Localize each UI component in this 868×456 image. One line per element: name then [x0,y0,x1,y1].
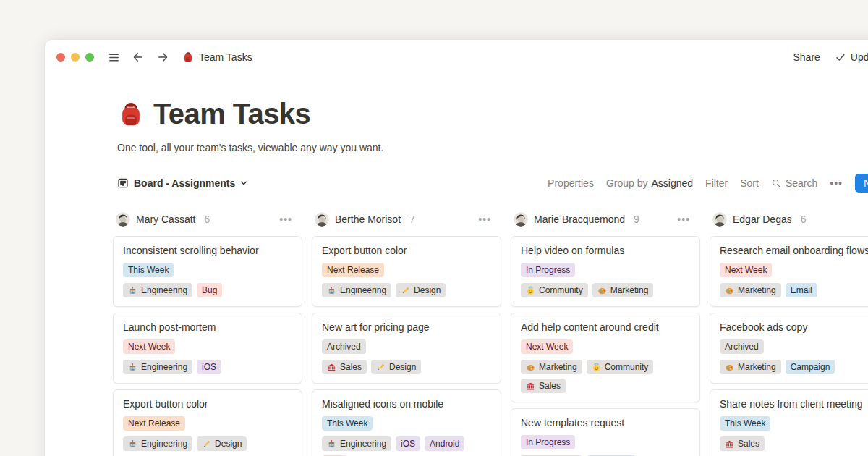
breadcrumb-title: Team Tasks [199,51,252,63]
card-title: Add help content around credit [521,321,690,334]
card-title: Export button color [123,397,292,410]
tag-engineering: Engineering [123,360,192,374]
tag-engineering: Engineering [123,283,192,297]
palette-icon [597,286,607,295]
card[interactable]: Misaligned icons on mobileThis WeekEngin… [312,389,501,456]
zoom-window-button[interactable] [85,53,94,62]
page-header: Team Tasks [45,75,868,130]
card-title: Share notes from client meeting [720,397,868,410]
card[interactable]: Research email onboarding flowsNext Week… [710,236,868,307]
column-more-button[interactable]: ••• [279,214,292,225]
new-button[interactable]: New [855,174,868,193]
card[interactable]: New templates requestIn ProgressMarketin… [511,408,700,456]
page-icon backpack-icon[interactable] [117,101,145,128]
status-tag-this-week: This Week [123,263,174,277]
tag-design: Design [371,360,421,374]
status-tag-this-week: This Week [322,416,373,431]
robot-icon [327,439,336,449]
card-title: Export button color [322,244,491,257]
status-row: Next Week [123,339,292,354]
tags-row: CommunityMarketing [521,283,690,297]
filter-button[interactable]: Filter [705,177,728,189]
tags-row: EngineeringBug [123,283,292,297]
card[interactable]: Export button colorNext ReleaseEngineeri… [312,236,501,307]
more-options-button[interactable]: ••• [830,177,843,189]
card-title: New templates request [521,416,690,429]
forward-button[interactable] [155,49,171,65]
updates-label: Updates [851,51,868,63]
card-title: Facebook ads copy [720,321,868,334]
back-button[interactable] [130,49,146,65]
tag-engineering: Engineering [322,283,391,297]
minimize-window-button[interactable] [71,53,80,62]
card-title: Misaligned icons on mobile [322,397,491,410]
board-column: Edgar Degas 6 ••• Research email onboard… [710,211,868,456]
column-count: 9 [634,214,639,225]
page-title: Team Tasks [153,98,310,130]
tag-sales: Sales [322,360,367,374]
column-count: 7 [409,214,415,225]
card-list: Help video on formulasIn ProgressCommuni… [511,236,700,456]
titlebar-actions: Share Updates [793,51,868,63]
tags-row: EngineeringDesign [123,436,292,451]
tag-sales: Sales [720,436,765,451]
card[interactable]: Export button colorNext ReleaseEngineeri… [113,389,302,456]
card-title: Help video on formulas [521,244,690,257]
close-window-button[interactable] [56,53,65,62]
search-button[interactable]: Search [771,177,817,189]
mary-cassatt-avatar [116,212,130,227]
card[interactable]: New art for pricing pageArchivedSalesDes… [312,313,501,384]
sidebar-menu-button[interactable] [106,49,122,65]
card[interactable]: Share notes from client meetingThis Week… [710,389,868,456]
arrow-right-icon [156,51,169,64]
share-button[interactable]: Share [793,51,820,63]
status-tag-next-week: Next Week [521,339,573,354]
view-selector-label: Board - Assignments [134,177,235,189]
tag-ios: iOS [197,360,221,374]
board-column: Marie Bracquemond 9 ••• Help video on fo… [511,211,700,456]
column-controls: ••• [478,214,500,225]
card[interactable]: Facebook ads copyArchivedMarketingCampai… [710,313,868,384]
tags-row: MarketingCampaign [720,360,868,374]
view-selector[interactable]: Board - Assignments [117,177,247,189]
status-tag-next-release: Next Release [322,263,384,277]
column-controls: ••• [279,214,301,225]
angel-icon [592,363,601,372]
card[interactable]: Help video on formulasIn ProgressCommuni… [511,236,700,307]
pencil-icon [401,286,410,295]
card[interactable]: Launch post-mortemNext WeekEngineeringiO… [113,313,302,384]
tag-campaign: Campaign [786,360,835,374]
group-by-button[interactable]: Group by Assigned [606,177,693,189]
robot-icon [128,439,137,449]
board-view-icon [117,177,129,189]
tag-sales: Sales [521,379,566,393]
tag-ios: iOS [396,436,420,451]
toolbar-actions: Properties Group by Assigned Filter Sort… [548,174,868,193]
status-tag-in-progress: In Progress [521,435,575,449]
column-controls: ••• [677,214,699,225]
properties-button[interactable]: Properties [548,177,594,189]
tag-marketing: Marketing [592,283,654,297]
card-list: Inconsistent scrolling behaviorThis Week… [113,236,302,456]
palette-icon [725,363,734,372]
breadcrumb[interactable]: Team Tasks [182,51,252,63]
bank-icon [526,381,535,391]
tags-row: MarketingEmail [720,283,868,297]
status-row: This Week [720,416,868,431]
column-title: Berthe Morisot [335,214,401,225]
card[interactable]: Inconsistent scrolling behaviorThis Week… [113,236,302,307]
column-more-button[interactable]: ••• [478,214,491,225]
sort-button[interactable]: Sort [740,177,759,189]
status-row: Next Week [720,263,868,277]
backpack-icon [182,51,194,63]
column-more-button[interactable]: ••• [677,214,690,225]
updates-button[interactable]: Updates [835,51,868,63]
card-title: New art for pricing page [322,321,491,334]
tag-community: Community [521,283,588,297]
tag-marketing: Marketing [720,283,781,297]
pencil-icon [202,439,211,449]
chevron-down-icon [240,180,247,187]
desktop: { "colors": { "page_background": "#F7F5F… [0,0,868,456]
card[interactable]: Add help content around creditNext WeekM… [511,313,700,402]
card-title: Launch post-mortem [123,321,292,334]
